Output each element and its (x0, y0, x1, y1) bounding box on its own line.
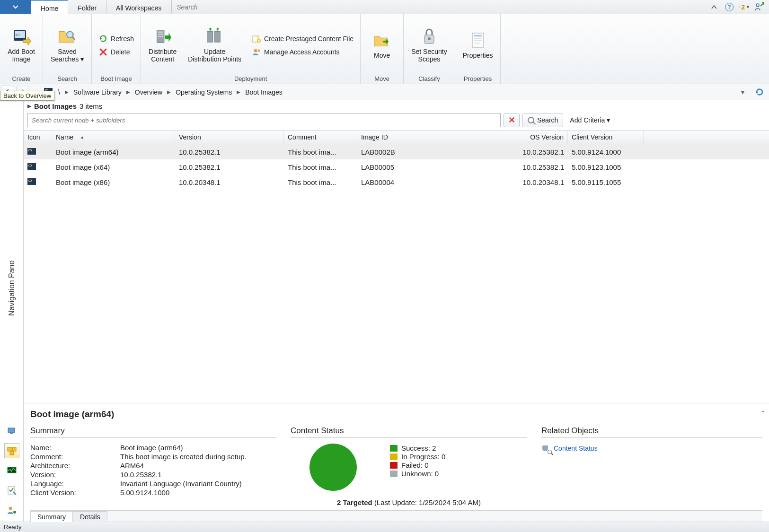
col-comment[interactable]: Comment (284, 131, 357, 144)
svg-point-5 (67, 31, 73, 37)
refresh-view-button[interactable] (750, 87, 769, 97)
workspace-administration[interactable] (4, 483, 19, 498)
expand-icon[interactable]: ▶ (27, 103, 31, 109)
workspace-monitoring[interactable] (4, 463, 19, 478)
svg-text:c:\: c:\ (16, 33, 20, 37)
crumb-sep[interactable]: ▶ (167, 89, 171, 95)
lock-icon (420, 27, 439, 46)
clear-search-button[interactable]: ✕ (504, 113, 520, 127)
create-prestaged-button[interactable]: Create Prestaged Content File (250, 33, 355, 44)
app-menu-button[interactable] (0, 0, 31, 14)
crumb-sep[interactable]: ▶ (237, 89, 240, 95)
col-image-id[interactable]: Image ID (357, 131, 499, 144)
workspace-software-library[interactable] (4, 443, 19, 458)
refresh-icon (755, 87, 764, 97)
add-criteria-button[interactable]: Add Criteria ▾ (566, 116, 614, 124)
search-icon (528, 117, 534, 123)
k-version: Version: (30, 471, 120, 479)
content-status-heading: Content Status (291, 426, 527, 438)
search-button[interactable]: Search (522, 113, 563, 127)
svg-point-37 (9, 507, 12, 510)
crumb-software-library[interactable]: Software Library (71, 87, 124, 97)
collapse-ribbon-button[interactable] (708, 1, 720, 13)
svg-rect-31 (10, 433, 13, 434)
security-scopes-button[interactable]: Set Security Scopes (408, 25, 450, 65)
table-row[interactable]: Boot image (arm64) 10.0.25382.1 This boo… (24, 144, 769, 159)
group-label: Classify (408, 74, 450, 83)
svg-marker-12 (165, 33, 171, 42)
distribute-content-button[interactable]: Distribute Content (146, 25, 179, 65)
manage-access-button[interactable]: Manage Access Accounts (250, 46, 342, 58)
cell-image-id: LAB00004 (357, 178, 499, 186)
help-button[interactable]: ? (724, 1, 735, 13)
crumb-root[interactable]: \ (56, 87, 62, 97)
tab-summary[interactable]: Summary (30, 511, 73, 522)
delete-label: Delete (111, 48, 130, 56)
connection-button[interactable] (754, 1, 765, 13)
update-dp-label: Update Distribution Points (188, 48, 241, 63)
cell-os-version: 10.0.20348.1 (499, 178, 568, 186)
svg-rect-34 (10, 451, 14, 455)
content-status-link[interactable]: Content Status (541, 444, 762, 453)
workspace-community[interactable] (4, 503, 19, 518)
table-row[interactable]: Boot image (x64) 10.0.25382.1 This boot … (24, 159, 769, 174)
update-dp-button[interactable]: Update Distribution Points (185, 25, 244, 65)
boot-image-add-icon: c:\ (12, 27, 31, 46)
boot-image-icon (27, 178, 36, 185)
k-arch: Architecture: (30, 462, 120, 470)
table-row[interactable]: Boot image (x86) 10.0.20348.1 This boot … (24, 174, 769, 190)
saved-searches-button[interactable]: Saved Searches ▾ (48, 25, 87, 65)
notifications-button[interactable]: 2 ▼ (739, 1, 750, 13)
crumb-operating-systems[interactable]: Operating Systems (174, 87, 234, 97)
move-label: Move (374, 52, 390, 59)
col-version[interactable]: Version (175, 131, 284, 144)
crumb-sep[interactable]: ▶ (126, 89, 130, 95)
refresh-label: Refresh (111, 35, 134, 43)
v-lang: Invariant Language (Invariant Country) (120, 480, 276, 488)
address-dropdown[interactable]: ▾ (739, 88, 746, 96)
related-heading: Related Objects (541, 426, 762, 438)
node-search-input[interactable] (27, 113, 501, 127)
properties-button[interactable]: Properties (460, 29, 496, 61)
svg-rect-24 (472, 33, 484, 47)
col-name[interactable]: Name (52, 131, 175, 144)
cell-version: 10.0.20348.1 (175, 178, 284, 186)
delete-button[interactable]: Delete (97, 46, 132, 58)
v-comment: This boot image is created during setup. (120, 453, 276, 461)
swatch-unknown (390, 471, 398, 477)
workspace-assets[interactable] (4, 423, 19, 438)
tab-all-workspaces[interactable]: All Workspaces (106, 0, 171, 14)
tab-home[interactable]: Home (31, 0, 68, 14)
col-os-version[interactable]: OS Version (499, 131, 568, 144)
chevron-down-icon: ▼ (746, 5, 750, 9)
col-icon[interactable]: Icon (24, 131, 52, 144)
details-collapse-button[interactable]: ⌄ (760, 407, 765, 414)
refresh-button[interactable]: Refresh (97, 33, 136, 44)
col-client-version[interactable]: Client Version (568, 131, 644, 144)
global-search-input[interactable]: Search (171, 0, 705, 14)
svg-rect-9 (158, 31, 163, 33)
group-label: Properties (460, 74, 496, 83)
tab-details[interactable]: Details (73, 511, 107, 522)
crumb-sep[interactable]: ▶ (65, 89, 69, 95)
chevron-down-icon (13, 5, 18, 9)
delete-icon (98, 47, 108, 57)
k-lang: Language: (30, 480, 120, 488)
add-boot-image-button[interactable]: c:\ Add Boot Image (5, 25, 38, 65)
cell-name: Boot image (x86) (52, 178, 175, 186)
navigation-pane-collapsed[interactable]: Navigation Pane (0, 100, 24, 522)
details-summary: Summary Name:Boot image (arm64) Comment:… (30, 426, 276, 506)
boot-image-icon (27, 148, 36, 155)
nav-back-tooltip: Back to Overview (0, 91, 54, 101)
svg-point-20 (258, 50, 260, 52)
legend-unknown: Unknown: 0 (390, 470, 445, 478)
crumb-overview[interactable]: Overview (133, 87, 164, 97)
user-link-icon (754, 2, 765, 12)
v-arch: ARM64 (120, 462, 276, 470)
tab-folder[interactable]: Folder (68, 0, 106, 14)
move-button[interactable]: Move (365, 29, 398, 61)
svg-marker-29 (756, 92, 758, 94)
svg-rect-14 (214, 31, 220, 42)
group-label: Deployment (146, 74, 355, 83)
crumb-boot-images[interactable]: Boot Images (243, 87, 284, 97)
